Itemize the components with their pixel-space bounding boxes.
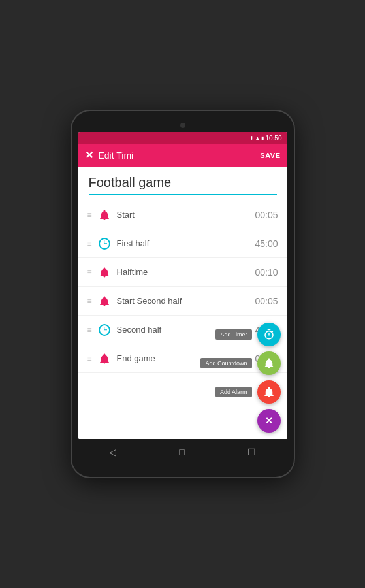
bell-icon-container [97, 265, 112, 280]
save-button[interactable]: SAVE [260, 152, 280, 159]
bell-icon-container [97, 208, 112, 222]
fab-close-row: ✕ [257, 409, 281, 433]
bell-fab-icon [263, 357, 275, 369]
content-area: Football game ≡ Start 00:05 ≡ [78, 167, 287, 439]
add-countdown-button[interactable] [257, 351, 281, 375]
drag-icon: ≡ [87, 268, 92, 277]
timer-item[interactable]: ≡ Start 00:05 [78, 201, 287, 229]
title-section: Football game [78, 167, 287, 201]
add-alarm-button[interactable] [257, 380, 281, 404]
screen: ⬇ ▲ ▮ 10:50 ✕ Edit Timi SAVE Football ga… [78, 132, 287, 439]
item-label: Start Second half [117, 296, 250, 306]
fab-area: Add Timer Add Countdown [200, 323, 280, 433]
device: ⬇ ▲ ▮ 10:50 ✕ Edit Timi SAVE Football ga… [72, 111, 294, 477]
drag-icon: ≡ [87, 354, 92, 363]
toolbar: ✕ Edit Timi SAVE [78, 144, 287, 167]
bluetooth-icon: ⬇ [249, 135, 254, 141]
device-camera [180, 123, 185, 128]
nav-bar: ◁ □ ☐ [78, 442, 287, 463]
toolbar-left: ✕ Edit Timi [85, 150, 134, 161]
wifi-icon: ▲ [255, 135, 261, 141]
item-time: 00:10 [255, 267, 278, 278]
fab-close-button[interactable]: ✕ [257, 409, 281, 433]
item-time: 00:05 [255, 210, 278, 220]
fab-add-alarm-row: Add Alarm [215, 380, 281, 404]
timer-item[interactable]: ≡ Start Second half 00:05 [78, 287, 287, 316]
alarm-icon [263, 386, 275, 398]
timer-item[interactable]: ≡ First half 45:00 [78, 229, 287, 258]
clock-icon [99, 238, 110, 250]
add-timer-button[interactable] [257, 323, 281, 346]
item-time: 00:05 [255, 296, 278, 306]
bell-icon-container [97, 351, 112, 366]
timer-icon [263, 329, 275, 340]
toolbar-title: Edit Timi [99, 150, 134, 161]
back-button[interactable]: ◁ [109, 447, 116, 457]
bell-icon [99, 209, 110, 221]
status-bar: ⬇ ▲ ▮ 10:50 [78, 132, 287, 144]
drag-icon: ≡ [87, 239, 92, 248]
add-timer-label: Add Timer [215, 329, 251, 340]
bell-icon [99, 295, 110, 307]
item-label: Start [117, 210, 250, 220]
drag-icon: ≡ [87, 297, 92, 306]
status-icons: ⬇ ▲ ▮ 10:50 [249, 135, 282, 142]
clock-icon-container [97, 237, 112, 251]
add-countdown-label: Add Countdown [200, 358, 251, 368]
drag-icon: ≡ [87, 325, 92, 335]
item-label: First half [117, 238, 250, 248]
game-title[interactable]: Football game [89, 175, 277, 195]
timer-item[interactable]: ≡ Halftime 00:10 [78, 258, 287, 287]
recents-button[interactable]: ☐ [247, 447, 256, 457]
item-time: 45:00 [255, 238, 278, 249]
fab-add-countdown-row: Add Countdown [200, 351, 280, 375]
add-alarm-label: Add Alarm [215, 387, 252, 397]
close-button[interactable]: ✕ [85, 150, 93, 161]
drag-icon: ≡ [87, 210, 92, 220]
clock-icon [99, 324, 110, 336]
item-label: Halftime [117, 267, 250, 277]
home-button[interactable]: □ [179, 447, 184, 457]
status-time: 10:50 [265, 135, 281, 142]
clock-icon-container [97, 323, 112, 337]
bell-icon [99, 353, 110, 365]
bell-icon [99, 267, 110, 278]
fab-add-timer-row: Add Timer [215, 323, 280, 346]
bell-icon-container [97, 294, 112, 308]
battery-icon: ▮ [261, 135, 264, 141]
